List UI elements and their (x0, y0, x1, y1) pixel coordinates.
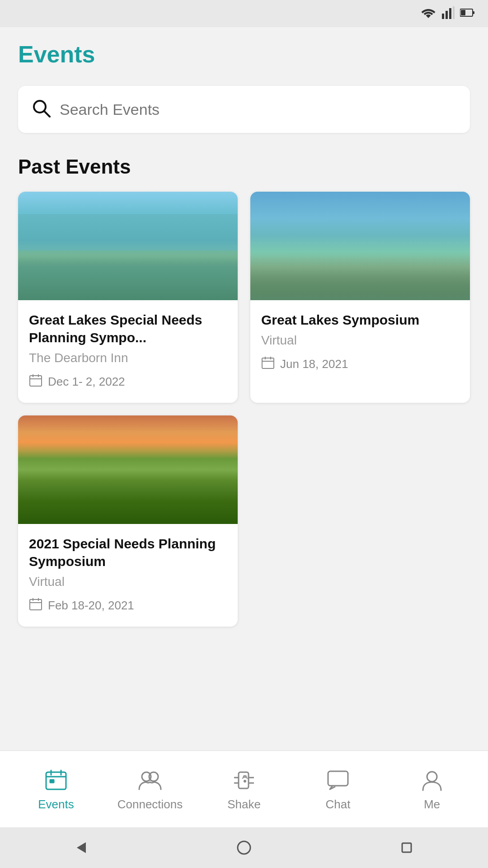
svg-rect-3 (453, 6, 455, 19)
svg-rect-1 (446, 11, 448, 19)
connections-icon (136, 767, 164, 794)
event-name-1: Great Lakes Special Needs Planning Sympo… (29, 311, 227, 346)
nav-item-me[interactable]: Me (385, 767, 479, 811)
android-home-button[interactable] (235, 839, 253, 857)
svg-rect-6 (473, 11, 474, 14)
calendar-icon-1 (29, 373, 42, 390)
svg-rect-21 (46, 772, 66, 789)
event-card-2[interactable]: Great Lakes Symposium Virtual Jun 18, 20… (250, 192, 470, 403)
svg-rect-25 (50, 779, 54, 783)
main-content: Events Past Events Great Lakes Special N… (0, 27, 488, 737)
chat-icon (324, 767, 352, 794)
svg-rect-2 (449, 8, 451, 19)
search-input[interactable] (60, 101, 456, 118)
event-date-2: Jun 18, 2021 (261, 356, 459, 373)
calendar-icon-3 (29, 597, 42, 614)
nav-label-events: Events (38, 797, 74, 811)
nav-item-shake[interactable]: Shake (197, 767, 291, 811)
event-card-body-3: 2021 Special Needs Planning Symposium Vi… (18, 524, 238, 627)
nav-label-chat: Chat (326, 797, 351, 811)
nav-label-shake: Shake (227, 797, 261, 811)
svg-line-8 (44, 111, 50, 117)
search-bar[interactable] (18, 86, 470, 133)
shake-icon (230, 767, 258, 794)
event-date-1: Dec 1- 2, 2022 (29, 373, 227, 390)
event-name-3: 2021 Special Needs Planning Symposium (29, 535, 227, 570)
svg-rect-28 (239, 772, 249, 788)
event-location-2: Virtual (261, 333, 459, 348)
android-nav (0, 827, 488, 868)
search-icon (32, 99, 51, 120)
svg-rect-9 (30, 376, 42, 386)
event-image-3 (18, 415, 238, 524)
event-name-2: Great Lakes Symposium (261, 311, 459, 329)
nav-item-connections[interactable]: Connections (103, 767, 197, 811)
svg-rect-34 (328, 771, 348, 786)
wifi-icon (420, 6, 436, 21)
past-events-heading: Past Events (18, 156, 470, 178)
nav-label-me: Me (424, 797, 440, 811)
event-image-1 (18, 192, 238, 300)
calendar-icon-2 (261, 356, 275, 373)
svg-rect-13 (262, 358, 274, 368)
svg-point-37 (238, 841, 250, 854)
events-grid: Great Lakes Special Needs Planning Sympo… (18, 192, 470, 627)
event-location-1: The Dearborn Inn (29, 351, 227, 365)
svg-rect-38 (402, 843, 411, 852)
android-recents-button[interactable] (398, 839, 416, 857)
signal-icon (442, 6, 455, 21)
nav-label-connections: Connections (117, 797, 183, 811)
me-icon (418, 767, 446, 794)
event-location-3: Virtual (29, 575, 227, 589)
events-icon (42, 767, 70, 794)
svg-rect-17 (30, 599, 42, 610)
event-date-3: Feb 18-20, 2021 (29, 597, 227, 614)
page-title: Events (18, 41, 470, 68)
event-card-1[interactable]: Great Lakes Special Needs Planning Sympo… (18, 192, 238, 403)
battery-icon (460, 8, 474, 19)
svg-rect-0 (442, 14, 444, 19)
event-image-2 (250, 192, 470, 300)
nav-item-chat[interactable]: Chat (291, 767, 385, 811)
svg-rect-5 (461, 10, 465, 15)
svg-marker-36 (77, 842, 86, 853)
svg-point-33 (244, 780, 246, 783)
status-bar (0, 0, 488, 27)
svg-point-35 (427, 772, 437, 782)
android-back-button[interactable] (72, 839, 90, 857)
event-card-3[interactable]: 2021 Special Needs Planning Symposium Vi… (18, 415, 238, 627)
event-card-body-1: Great Lakes Special Needs Planning Sympo… (18, 300, 238, 403)
event-card-body-2: Great Lakes Symposium Virtual Jun 18, 20… (250, 300, 470, 385)
nav-item-events[interactable]: Events (9, 767, 103, 811)
bottom-nav: Events Connections (0, 750, 488, 827)
